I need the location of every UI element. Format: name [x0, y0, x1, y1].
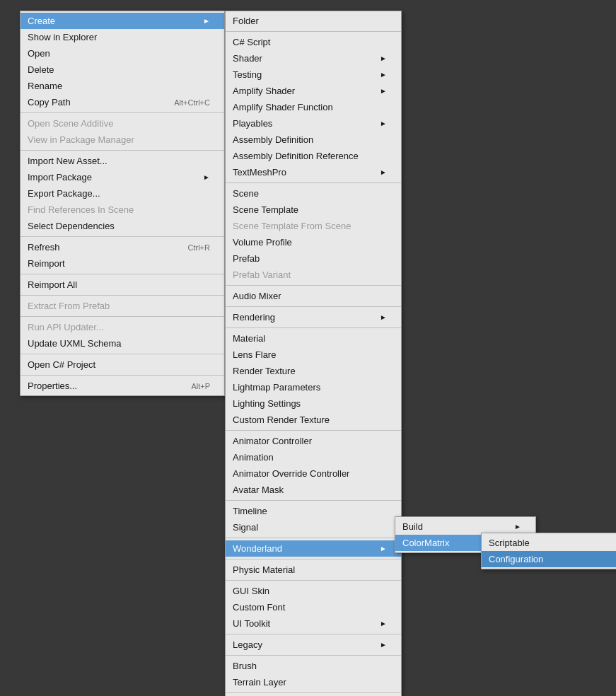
menu-item-custom-font[interactable]: Custom Font — [226, 599, 401, 615]
separator-7 — [21, 354, 224, 354]
menu-item-open-csharp[interactable]: Open C# Project — [21, 356, 224, 373]
menu-item-create[interactable]: Create ► — [21, 13, 224, 29]
create-sep-9 — [226, 559, 401, 559]
create-sep-2 — [226, 182, 401, 183]
menu-item-playables[interactable]: Playables ► — [226, 115, 401, 132]
menu-item-legacy[interactable]: Legacy ► — [226, 637, 401, 653]
create-sep-1 — [226, 31, 401, 32]
menu-item-rename[interactable]: Rename — [21, 78, 224, 94]
menu-item-open[interactable]: Open — [21, 45, 224, 62]
menu-item-csharp-script[interactable]: C# Script — [226, 34, 401, 50]
submenu-arrow-build: ► — [514, 523, 521, 530]
menu-item-scriptable[interactable]: Scriptable — [482, 535, 616, 551]
create-sep-13 — [226, 692, 401, 693]
separator-6 — [21, 316, 224, 317]
menu-item-signal[interactable]: Signal — [226, 519, 401, 535]
submenu-arrow-testing: ► — [380, 71, 387, 79]
submenu-arrow-wonderland: ► — [380, 545, 387, 552]
menu-item-rendering[interactable]: Rendering ► — [226, 309, 401, 325]
colormatrix-submenu: Scriptable Configuration — [481, 533, 616, 569]
menu-item-update-uxml[interactable]: Update UXML Schema — [21, 335, 224, 352]
menu-item-material[interactable]: Material — [226, 330, 401, 347]
menu-item-volume-profile[interactable]: Volume Profile — [226, 234, 401, 250]
menu-item-properties[interactable]: Properties... Alt+P — [21, 378, 224, 394]
create-sep-8 — [226, 538, 401, 538]
submenu-arrow-playables: ► — [380, 120, 387, 127]
separator-2 — [21, 150, 224, 151]
submenu-arrow-rendering: ► — [380, 313, 387, 321]
menu-item-scene-template-from-scene: Scene Template From Scene — [226, 218, 401, 234]
menu-item-reimport[interactable]: Reimport — [21, 255, 224, 272]
menu-item-timeline[interactable]: Timeline — [226, 503, 401, 519]
submenu-arrow-ui-toolkit: ► — [380, 620, 387, 627]
menu-item-lighting-settings[interactable]: Lighting Settings — [226, 395, 401, 412]
create-submenu: Folder C# Script Shader ► Testing ► Ampl… — [225, 11, 402, 696]
menu-item-delete[interactable]: Delete — [21, 62, 224, 78]
menu-item-select-dependencies[interactable]: Select Dependencies — [21, 218, 224, 234]
menu-item-textmeshpro[interactable]: TextMeshPro ► — [226, 164, 401, 180]
menu-item-audio-mixer[interactable]: Audio Mixer — [226, 288, 401, 304]
menu-item-prefab[interactable]: Prefab — [226, 250, 401, 267]
menu-item-ui-toolkit[interactable]: UI Toolkit ► — [226, 615, 401, 632]
menu-item-lightmap-parameters[interactable]: Lightmap Parameters — [226, 379, 401, 395]
submenu-arrow-amplify: ► — [380, 87, 387, 95]
menu-item-show-explorer[interactable]: Show in Explorer — [21, 29, 224, 45]
create-sep-4 — [226, 306, 401, 307]
menu-item-find-references: Find References In Scene — [21, 202, 224, 218]
menu-item-scene[interactable]: Scene — [226, 185, 401, 202]
submenu-arrow-create: ► — [203, 17, 210, 25]
menu-item-open-scene-additive: Open Scene Additive — [21, 115, 224, 132]
menu-item-folder[interactable]: Folder — [226, 13, 401, 29]
menu-item-scene-template[interactable]: Scene Template — [226, 202, 401, 218]
separator-5 — [21, 295, 224, 296]
menu-item-configuration[interactable]: Configuration — [482, 551, 616, 567]
menu-item-view-package-manager: View in Package Manager — [21, 132, 224, 148]
menu-item-refresh[interactable]: Refresh Ctrl+R — [21, 239, 224, 255]
create-sep-5 — [226, 327, 401, 328]
menu-item-lens-flare[interactable]: Lens Flare — [226, 347, 401, 363]
create-sep-3 — [226, 285, 401, 286]
menu-item-terrain-layer[interactable]: Terrain Layer — [226, 674, 401, 690]
menu-item-prefab-variant: Prefab Variant — [226, 267, 401, 283]
menu-item-assembly-definition-ref[interactable]: Assembly Definition Reference — [226, 148, 401, 164]
menu-item-custom-render-texture[interactable]: Custom Render Texture — [226, 412, 401, 428]
menu-item-shader[interactable]: Shader ► — [226, 50, 401, 66]
create-sep-12 — [226, 655, 401, 656]
menu-item-amplify-shader[interactable]: Amplify Shader ► — [226, 83, 401, 99]
create-sep-7 — [226, 500, 401, 501]
submenu-arrow-tmp: ► — [380, 168, 387, 176]
menu-item-physic-material[interactable]: Physic Material — [226, 562, 401, 578]
primary-context-menu: Create ► Show in Explorer Open Delete Re… — [20, 11, 225, 396]
menu-item-export-package[interactable]: Export Package... — [21, 185, 224, 202]
submenu-arrow-shader: ► — [380, 54, 387, 62]
create-sep-6 — [226, 430, 401, 431]
menu-item-amplify-shader-function[interactable]: Amplify Shader Function — [226, 99, 401, 115]
menu-item-copy-path[interactable]: Copy Path Alt+Ctrl+C — [21, 94, 224, 110]
menu-item-gui-skin[interactable]: GUI Skin — [226, 583, 401, 599]
menu-item-animation[interactable]: Animation — [226, 449, 401, 465]
menu-item-extract-from-prefab: Extract From Prefab — [21, 298, 224, 314]
menu-item-wonderland[interactable]: Wonderland ► — [226, 540, 401, 557]
menu-item-animator-controller[interactable]: Animator Controller — [226, 433, 401, 449]
separator-3 — [21, 236, 224, 237]
menu-item-import-new-asset[interactable]: Import New Asset... — [21, 153, 224, 169]
menu-item-import-package[interactable]: Import Package ► — [21, 169, 224, 185]
create-sep-11 — [226, 634, 401, 634]
menu-item-render-texture[interactable]: Render Texture — [226, 363, 401, 379]
submenu-arrow-legacy: ► — [380, 641, 387, 649]
menu-item-reimport-all[interactable]: Reimport All — [21, 277, 224, 293]
menu-item-brush[interactable]: Brush — [226, 658, 401, 674]
separator-1 — [21, 112, 224, 113]
menu-item-animator-override[interactable]: Animator Override Controller — [226, 465, 401, 482]
menu-item-assembly-definition[interactable]: Assembly Definition — [226, 132, 401, 148]
separator-8 — [21, 375, 224, 376]
submenu-arrow-import: ► — [203, 173, 210, 181]
create-sep-10 — [226, 580, 401, 581]
menu-item-avatar-mask[interactable]: Avatar Mask — [226, 482, 401, 498]
separator-4 — [21, 274, 224, 274]
menu-item-testing[interactable]: Testing ► — [226, 66, 401, 83]
menu-item-run-api-updater: Run API Updater... — [21, 319, 224, 335]
